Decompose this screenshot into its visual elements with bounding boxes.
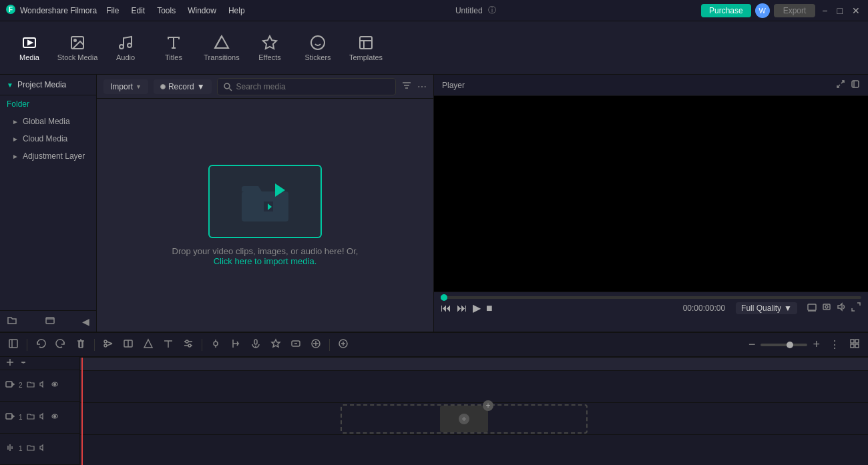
toolbar-stickers[interactable]: Stickers (295, 25, 341, 71)
timeline-redo-button[interactable] (53, 337, 69, 353)
export-button[interactable]: Export (774, 4, 816, 17)
link-tracks-button[interactable] (19, 358, 28, 369)
track-folder-button[interactable] (27, 444, 35, 454)
expand-icon: ► (12, 135, 19, 143)
player-fullscreen-icon[interactable] (836, 79, 845, 91)
timeline-track-row-video-2[interactable] (80, 371, 868, 403)
menu-tools[interactable]: Tools (152, 5, 181, 17)
timeline-body: 2 1 (0, 357, 868, 465)
player-controls: ⏮ ⏭ ▶ ■ 00:00:00:00 Full Quality ▼ (434, 292, 868, 332)
timeline-more-button[interactable]: ⋮ (827, 337, 843, 352)
timeline-track-row-audio-1[interactable] (80, 435, 868, 465)
player-skip-forward-button[interactable]: ⏭ (457, 302, 467, 314)
timeline-grid-button[interactable] (847, 337, 863, 353)
timeline-mark-button[interactable] (228, 337, 244, 353)
timeline-text-button[interactable] (160, 337, 176, 353)
svg-line-44 (107, 344, 112, 346)
timeline-toolbar: − + ⋮ (0, 333, 868, 357)
zoom-out-button[interactable]: − (746, 336, 758, 353)
player-stop-button[interactable]: ■ (486, 302, 493, 314)
track-hide-button[interactable] (51, 412, 59, 422)
timeline-cut-button[interactable] (100, 337, 116, 353)
timeline-crop-button[interactable] (140, 337, 156, 353)
toolbar-media[interactable]: Media (7, 25, 52, 71)
import-button[interactable]: Import ▼ (103, 79, 148, 94)
timeline-effects-button[interactable] (308, 337, 324, 353)
info-icon[interactable]: ⓘ (488, 5, 496, 16)
record-button[interactable]: Record ▼ (154, 79, 212, 94)
player-progress-bar[interactable] (441, 296, 861, 299)
folder-icon[interactable] (45, 315, 55, 328)
svg-point-20 (224, 83, 230, 89)
minimize-button[interactable]: − (819, 5, 830, 16)
timeline-delete-button[interactable] (73, 337, 89, 353)
panel-expand-icon[interactable]: ▼ (7, 81, 13, 89)
toolbar-effects[interactable]: Effects (247, 25, 292, 71)
menu-file[interactable]: File (101, 5, 124, 17)
player-screenshot-icon[interactable] (821, 302, 832, 314)
track-audio-icon (5, 443, 15, 454)
player-progress-thumb[interactable] (441, 294, 447, 301)
collapse-panel-icon[interactable]: ◀ (82, 316, 89, 327)
toolbar-titles[interactable]: Titles (151, 25, 196, 71)
track-label-video-2: 2 (0, 370, 79, 402)
svg-line-21 (229, 88, 232, 91)
timeline-smart-button[interactable] (268, 337, 284, 353)
quality-button[interactable]: Full Quality ▼ (736, 302, 797, 314)
svg-rect-69 (855, 340, 859, 343)
sidebar-item-cloud-media[interactable]: ► Cloud Media (0, 130, 96, 147)
sidebar-item-adjustment-layer[interactable]: ► Adjustment Layer (0, 147, 96, 165)
new-folder-icon[interactable] (7, 315, 17, 328)
timeline-ai-button[interactable] (288, 337, 304, 353)
timeline-track-row-video-1[interactable]: + (80, 403, 868, 435)
timeline-split-button[interactable] (120, 337, 136, 353)
avatar[interactable]: W (755, 3, 770, 18)
quality-dropdown-icon: ▼ (784, 304, 792, 313)
media-area: Import ▼ Record ▼ ⋯ (97, 75, 434, 332)
zoom-in-button[interactable]: + (810, 336, 823, 353)
add-media-button[interactable]: + (483, 400, 493, 411)
timeline-snap-button[interactable] (208, 337, 224, 353)
menu-edit[interactable]: Edit (126, 5, 151, 17)
toolbar-stock-media[interactable]: Stock Media (55, 25, 100, 71)
track-folder-button[interactable] (27, 412, 35, 422)
player-cast-icon[interactable] (807, 302, 817, 314)
add-main-track-button[interactable] (5, 358, 15, 369)
player-play-button[interactable]: ▶ (473, 302, 481, 314)
close-button[interactable]: ✕ (849, 5, 863, 16)
search-input[interactable] (236, 82, 390, 91)
menu-help[interactable]: Help (223, 5, 250, 17)
toolbar-templates[interactable]: Templates (343, 25, 389, 71)
track-mute-button[interactable] (39, 412, 47, 422)
timeline-voiceover-button[interactable] (248, 337, 264, 353)
toolbar-audio[interactable]: Audio (103, 25, 148, 71)
svg-marker-85 (40, 445, 43, 450)
sidebar-item-folder[interactable]: Folder (0, 95, 96, 113)
sidebar-item-global-media[interactable]: ► Global Media (0, 113, 96, 130)
player-extra-icons (807, 302, 861, 314)
player-skip-back-button[interactable]: ⏮ (441, 302, 451, 314)
purchase-button[interactable]: Purchase (701, 4, 751, 17)
track-video-icon (5, 412, 15, 423)
track-hide-button[interactable] (51, 380, 59, 390)
maximize-button[interactable]: □ (835, 5, 845, 16)
timeline-adjust-button[interactable] (180, 337, 196, 353)
timeline-scenes-button[interactable] (5, 337, 21, 353)
player-settings-icon[interactable] (851, 79, 860, 91)
track-audio-mute-button[interactable] (39, 444, 47, 454)
menu-window[interactable]: Window (182, 5, 222, 17)
track-mute-button[interactable] (39, 380, 47, 390)
player-titlebar: Player (434, 75, 868, 96)
import-link[interactable]: Click here to import media. (214, 256, 317, 266)
zoom-slider[interactable] (761, 344, 807, 346)
player-volume-icon[interactable] (836, 302, 847, 314)
timeline-add-button[interactable] (335, 337, 351, 353)
track-folder-button[interactable] (27, 380, 35, 390)
record-dot-icon (160, 84, 166, 89)
filter-button[interactable] (401, 80, 412, 93)
toolbar-transitions[interactable]: Transitions (199, 25, 244, 71)
import-dropdown-icon: ▼ (136, 83, 142, 90)
timeline-undo-button[interactable] (33, 337, 49, 353)
player-expand-icon[interactable] (851, 302, 861, 314)
more-options-button[interactable]: ⋯ (417, 81, 427, 92)
